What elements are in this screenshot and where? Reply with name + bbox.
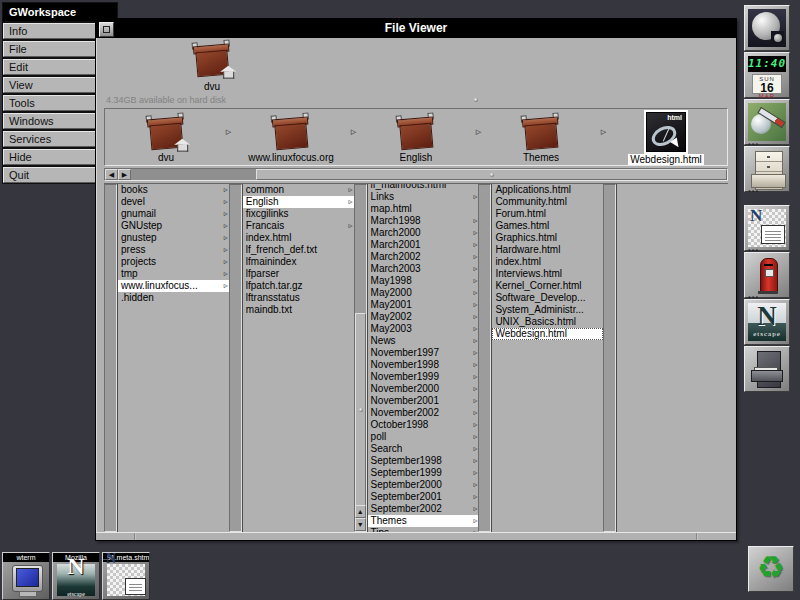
file-row-Links[interactable]: Links▹ [368,191,479,203]
dock-tile-netscape-composer[interactable]: N ... [744,205,790,251]
file-row-Forum.html[interactable]: Forum.html [492,208,603,220]
file-row-lfparser[interactable]: lfparser [243,268,354,280]
file-row-map.html[interactable]: map.html [368,203,479,215]
scroll-knob[interactable] [355,313,366,509]
file-row-lfmainindex[interactable]: lfmainindex [243,256,354,268]
file-row-lfpatch.tar.gz[interactable]: lfpatch.tar.gz [243,280,354,292]
file-row-March2003[interactable]: March2003▹ [368,263,479,275]
scroll-right-button[interactable]: ▶ [118,169,131,180]
file-row-lf_mainfoots.html[interactable]: lf_mainfoots.html [368,184,479,191]
file-row-poll[interactable]: poll▹ [368,431,479,443]
file-row-www.linuxfocus...[interactable]: www.linuxfocus...▹ [118,280,229,292]
file-row-September2001[interactable]: September2001▹ [368,491,479,503]
file-row-Themes[interactable]: Themes▹ [368,515,479,527]
vertical-scrollbar[interactable]: ▲▼ [354,184,367,532]
file-row-November1997[interactable]: November1997▹ [368,347,479,359]
miniwindow-mozilla[interactable]: Mozilla N etscape [52,552,100,600]
miniwindow-html-doc[interactable]: ..91.meta.shtml N [102,552,150,600]
file-row-fixcgilinks[interactable]: fixcgilinks [243,208,354,220]
file-row-September1999[interactable]: September1999▹ [368,467,479,479]
dock-tile-clock[interactable]: 11:40 SUN 16 MAR [744,52,790,98]
file-row-Applications.html[interactable]: Applications.html [492,184,603,196]
file-row-Software_Develop...[interactable]: Software_Develop... [492,292,603,304]
vertical-scrollbar[interactable] [603,184,616,532]
file-row-lftransstatus[interactable]: lftransstatus [243,292,354,304]
vertical-scrollbar[interactable] [478,184,491,532]
file-row-devel[interactable]: devel▹ [118,196,229,208]
file-row-.hidden[interactable]: .hidden [118,292,229,304]
scroll-down-button[interactable]: ▼ [355,518,366,531]
shelf-item-Webdesign.html[interactable]: htmlWebdesign.html [613,112,719,165]
file-row-November2000[interactable]: November2000▹ [368,383,479,395]
dock-tile-netscape[interactable]: N etscape [744,299,790,345]
file-row-Hardware.html[interactable]: Hardware.html [492,244,603,256]
file-row-May1998[interactable]: May1998▹ [368,275,479,287]
file-row-gnumail[interactable]: gnumail▹ [118,208,229,220]
file-row-September2000[interactable]: September2000▹ [368,479,479,491]
file-row-May2000[interactable]: May2000▹ [368,287,479,299]
scrollbar-knob[interactable] [256,169,727,180]
file-row-System_Administr...[interactable]: System_Administr... [492,304,603,316]
branch-arrow-icon: ▹ [473,359,477,371]
dock-tile-gnustep-logo[interactable] [744,5,790,51]
file-row-Search[interactable]: Search▹ [368,443,479,455]
file-row-UNIX_Basics.html[interactable]: UNIX_Basics.html [492,316,603,328]
file-row-September2002[interactable]: September2002▹ [368,503,479,515]
file-row-Francais[interactable]: Francais▹ [243,220,354,232]
file-row-November1998[interactable]: November1998▹ [368,359,479,371]
file-row-Games.html[interactable]: Games.html [492,220,603,232]
scroll-left-button[interactable]: ◀ [105,169,118,180]
window-titlebar[interactable]: File Viewer [96,19,736,38]
file-row-projects[interactable]: projects▹ [118,256,229,268]
dock-tile-archive-cabinet[interactable] [744,346,790,392]
shelf-resize-dimple[interactable] [474,98,478,102]
file-row-Kernel_Corner.html[interactable]: Kernel_Corner.html [492,280,603,292]
file-row-gnustep[interactable]: gnustep▹ [118,232,229,244]
file-row-November2001[interactable]: November2001▹ [368,395,479,407]
file-row-May2003[interactable]: May2003▹ [368,323,479,335]
file-row-common[interactable]: common▹ [243,184,354,196]
file-row-Graphics.html[interactable]: Graphics.html [492,232,603,244]
file-row-March2001[interactable]: March2001▹ [368,239,479,251]
scroll-up-button[interactable]: ▲ [355,505,366,518]
window-resize-bar[interactable] [96,532,736,540]
file-row-September1998[interactable]: September1998▹ [368,455,479,467]
file-row-November1999[interactable]: November1999▹ [368,371,479,383]
file-row-October1998[interactable]: October1998▹ [368,419,479,431]
vertical-scrollbar[interactable] [104,184,117,532]
miniaturize-button[interactable] [99,22,114,37]
file-row-Community.html[interactable]: Community.html [492,196,603,208]
file-row-index.html[interactable]: index.html [243,232,354,244]
miniwindow-wterm[interactable]: wterm [2,552,50,600]
file-row-May2002[interactable]: May2002▹ [368,311,479,323]
dock-tile-file-cabinet[interactable]: ... [744,146,790,192]
scrollbar-trough[interactable] [131,169,727,180]
shelf-item-www.linuxfocus.org[interactable]: www.linuxfocus.org [238,114,344,163]
shelf-item-dvu[interactable]: dvu [113,114,219,163]
file-row-index.html[interactable]: index.html [492,256,603,268]
file-row-News[interactable]: News▹ [368,335,479,347]
dock-tile-paint-app[interactable]: ... [744,99,790,145]
file-row-November2002[interactable]: November2002▹ [368,407,479,419]
shelf-item-Themes[interactable]: Themes [488,114,594,163]
file-row-maindb.txt[interactable]: maindb.txt [243,304,354,316]
file-row-press[interactable]: press▹ [118,244,229,256]
dock-tile-mail-postbox[interactable]: ... [744,252,790,298]
horizontal-scrollbar[interactable]: ◀ ▶ [104,168,728,181]
current-folder[interactable]: dvu [184,41,240,92]
shelf-item-English[interactable]: English [363,114,469,163]
file-row-lf_french_def.txt[interactable]: lf_french_def.txt [243,244,354,256]
file-row-March1998[interactable]: March1998▹ [368,215,479,227]
vertical-scrollbar[interactable] [229,184,242,532]
file-row-English[interactable]: English▹ [243,196,354,208]
recycler-tile[interactable]: ♻ [748,546,794,592]
file-row-Interviews.html[interactable]: Interviews.html [492,268,603,280]
file-row-March2002[interactable]: March2002▹ [368,251,479,263]
file-row-GNUstep[interactable]: GNUstep▹ [118,220,229,232]
file-row-May2001[interactable]: May2001▹ [368,299,479,311]
file-row-Webdesign.html[interactable]: Webdesign.html [492,328,603,340]
file-row-books[interactable]: books▹ [118,184,229,196]
branch-arrow-icon: ▹ [473,263,477,275]
file-row-March2000[interactable]: March2000▹ [368,227,479,239]
file-row-tmp[interactable]: tmp▹ [118,268,229,280]
